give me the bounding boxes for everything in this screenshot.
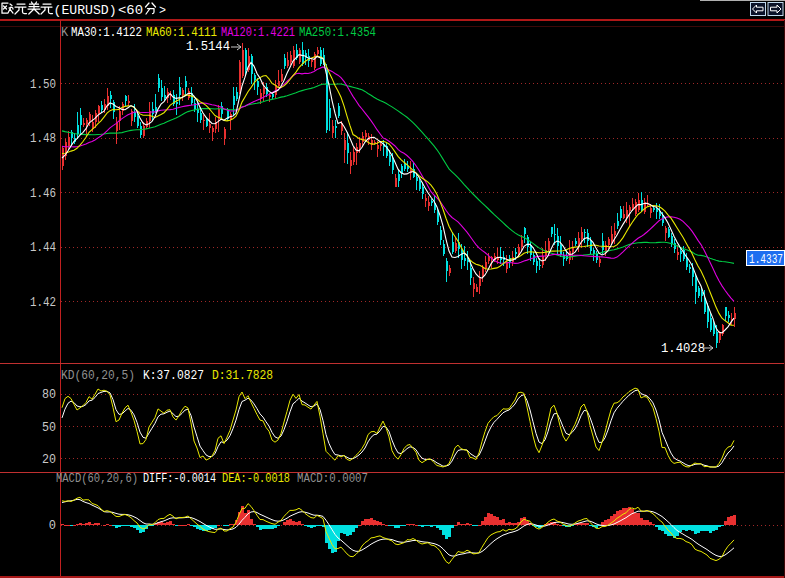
svg-text:1.42: 1.42 (30, 296, 56, 310)
svg-text:MA60:1.4111: MA60:1.4111 (146, 26, 217, 40)
svg-text:1.4028: 1.4028 (661, 341, 705, 356)
svg-text:MACD:0.0007: MACD:0.0007 (297, 472, 368, 486)
svg-text:<60: <60 (118, 4, 143, 18)
svg-text:1.46: 1.46 (30, 187, 56, 201)
svg-text:1.5144: 1.5144 (186, 39, 230, 54)
svg-text:1.4337: 1.4337 (749, 253, 783, 267)
svg-text:D:31.7828: D:31.7828 (212, 369, 273, 383)
svg-text:(EURUSD): (EURUSD) (54, 4, 117, 18)
svg-text:K:37.0827: K:37.0827 (143, 369, 204, 383)
svg-text:MACD(60,20,6): MACD(60,20,6) (56, 472, 138, 486)
svg-text:1.48: 1.48 (30, 132, 56, 146)
svg-text:>: > (159, 4, 166, 18)
svg-text:MA250:1.4354: MA250:1.4354 (299, 26, 376, 40)
svg-text:MA120:1.4221: MA120:1.4221 (221, 26, 295, 40)
svg-text:50: 50 (42, 421, 56, 435)
svg-text:DEA:-0.0018: DEA:-0.0018 (222, 472, 290, 486)
svg-text:1.44: 1.44 (30, 241, 56, 255)
svg-text:K: K (61, 26, 69, 40)
svg-text:MA30:1.4122: MA30:1.4122 (71, 26, 142, 40)
svg-text:1.50: 1.50 (30, 78, 56, 92)
svg-text:0: 0 (49, 519, 56, 533)
svg-text:KD(60,20,5): KD(60,20,5) (61, 369, 135, 383)
svg-text:80: 80 (42, 388, 56, 402)
svg-text:DIFF:-0.0014: DIFF:-0.0014 (143, 472, 216, 486)
svg-text:20: 20 (42, 453, 56, 467)
